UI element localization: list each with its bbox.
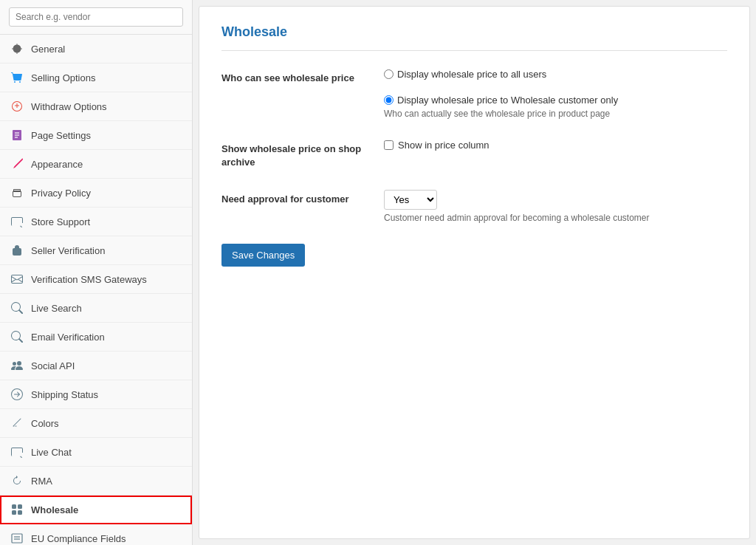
cart-icon — [10, 71, 24, 84]
show-price-checkbox-label[interactable]: Show in price column — [384, 140, 727, 151]
sidebar-item-label-page-settings: Page Settings — [31, 130, 91, 141]
colors-icon — [10, 417, 24, 430]
sidebar-item-privacy-policy[interactable]: Privacy Policy — [0, 179, 192, 208]
radio-wholesale-only-label: Display wholesale price to Wholesale cus… — [397, 95, 618, 106]
svg-rect-4 — [12, 534, 22, 543]
radio-option-wholesale[interactable]: Display wholesale price to Wholesale cus… — [384, 95, 618, 106]
approval-field: Yes No Customer need admin approval for … — [384, 190, 727, 223]
email-icon — [10, 330, 24, 343]
sidebar-item-eu-compliance[interactable]: EU Compliance Fields — [0, 524, 192, 545]
sidebar-item-label-appearance: Appearance — [31, 159, 83, 170]
chat-icon — [10, 445, 24, 459]
sidebar-item-label-selling-options: Selling Options — [31, 72, 95, 83]
sidebar-item-seller-verification[interactable]: Seller Verification — [0, 236, 192, 265]
sidebar-item-withdraw-options[interactable]: Withdraw Options — [0, 92, 192, 121]
show-price-field: Show in price column — [384, 140, 727, 151]
sidebar-item-label-rma: RMA — [31, 476, 52, 487]
sidebar-item-general[interactable]: General — [0, 35, 192, 64]
sidebar-item-appearance[interactable]: Appearance — [0, 150, 192, 179]
sidebar-item-shipping-status[interactable]: Shipping Status — [0, 380, 192, 409]
sidebar-item-live-chat[interactable]: Live Chat — [0, 438, 192, 467]
radio-all-users[interactable] — [384, 69, 394, 79]
show-price-checkbox[interactable] — [384, 140, 394, 150]
sidebar-item-wholesale[interactable]: Wholesale — [0, 496, 192, 524]
radio-option-all[interactable]: Display wholesale price to all users — [384, 69, 546, 80]
page-icon — [10, 128, 24, 142]
shipping-icon — [10, 388, 24, 401]
sidebar-item-social-api[interactable]: Social API — [0, 352, 192, 380]
page-title: Wholesale — [221, 24, 727, 51]
sidebar: GeneralSelling OptionsWithdraw OptionsPa… — [0, 0, 193, 545]
sidebar-item-label-verification-sms: Verification SMS Gateways — [31, 274, 147, 285]
sidebar-item-label-social-api: Social API — [31, 360, 75, 371]
appearance-icon — [10, 157, 24, 171]
sidebar-item-label-privacy-policy: Privacy Policy — [31, 188, 91, 199]
save-changes-button[interactable]: Save Changes — [221, 244, 305, 267]
sidebar-item-rma[interactable]: RMA — [0, 467, 192, 496]
wholesale-price-radio-group: Display wholesale price to all users Dis… — [384, 69, 727, 106]
sidebar-item-label-live-chat: Live Chat — [31, 447, 72, 458]
sidebar-item-label-store-support: Store Support — [31, 216, 90, 227]
sidebar-item-label-general: General — [31, 44, 65, 55]
verify-icon — [10, 244, 24, 257]
sidebar-search-input[interactable] — [9, 7, 183, 27]
social-icon — [10, 359, 24, 372]
sidebar-item-label-withdraw-options: Withdraw Options — [31, 101, 107, 112]
wholesale-icon — [10, 503, 24, 516]
wholesale-price-desc: Who can actually see the wholesale price… — [384, 109, 727, 119]
sidebar-item-label-live-search: Live Search — [31, 303, 82, 314]
sidebar-item-live-search[interactable]: Live Search — [0, 294, 192, 323]
sidebar-item-label-email-verification: Email Verification — [31, 332, 105, 343]
radio-all-users-label: Display wholesale price to all users — [397, 69, 546, 80]
radio-wholesale-only[interactable] — [384, 95, 394, 105]
gear-icon — [10, 42, 24, 55]
wholesale-price-field: Display wholesale price to all users Dis… — [384, 69, 727, 119]
approval-select[interactable]: Yes No — [384, 190, 437, 210]
approval-row: Need approval for customer Yes No Custom… — [221, 190, 727, 223]
withdraw-icon — [10, 100, 24, 113]
wholesale-price-row: Who can see wholesale price Display whol… — [221, 69, 727, 119]
sidebar-item-email-verification[interactable]: Email Verification — [0, 323, 192, 352]
search-icon — [10, 301, 24, 315]
show-price-label: Show wholesale price on shop archive — [221, 140, 369, 169]
sidebar-item-label-wholesale: Wholesale — [31, 504, 78, 515]
rma-icon — [10, 474, 24, 487]
eu-icon — [10, 532, 24, 545]
sidebar-item-label-eu-compliance: EU Compliance Fields — [31, 533, 126, 544]
sidebar-item-label-shipping-status: Shipping Status — [31, 389, 98, 400]
sidebar-item-label-colors: Colors — [31, 418, 59, 429]
approval-desc: Customer need admin approval for becomin… — [384, 213, 727, 223]
sms-icon — [10, 272, 24, 286]
sidebar-item-label-seller-verification: Seller Verification — [31, 245, 105, 256]
sidebar-item-verification-sms[interactable]: Verification SMS Gateways — [0, 265, 192, 294]
main-content: Wholesale Who can see wholesale price Di… — [199, 6, 750, 539]
show-price-checkbox-text: Show in price column — [398, 140, 489, 151]
sidebar-item-colors[interactable]: Colors — [0, 409, 192, 438]
sidebar-item-store-support[interactable]: Store Support — [0, 208, 192, 236]
sidebar-item-page-settings[interactable]: Page Settings — [0, 121, 192, 150]
sidebar-item-selling-options[interactable]: Selling Options — [0, 64, 192, 92]
wholesale-price-label: Who can see wholesale price — [221, 69, 369, 85]
sidebar-search-container — [0, 0, 192, 35]
privacy-icon — [10, 186, 24, 199]
approval-label: Need approval for customer — [221, 190, 369, 206]
support-icon — [10, 215, 24, 228]
show-price-row: Show wholesale price on shop archive Sho… — [221, 140, 727, 169]
